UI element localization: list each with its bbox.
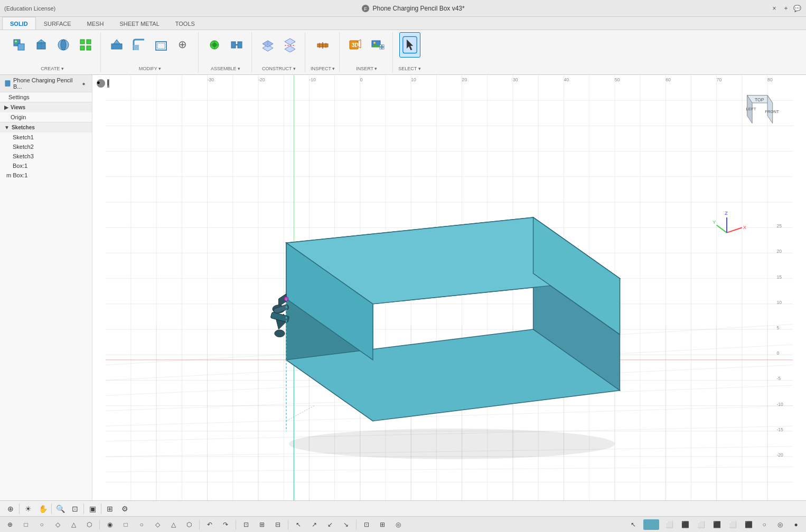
status-btn-fill[interactable] — [643, 519, 659, 530]
status-btn-7[interactable]: ◉ — [104, 519, 116, 530]
status-btn-shapes[interactable]: ⬜ — [663, 519, 675, 530]
status-btn-5[interactable]: △ — [68, 519, 79, 530]
status-btn-17[interactable]: ↗ — [308, 519, 320, 530]
shell-button[interactable] — [151, 32, 172, 58]
status-btn-11[interactable]: △ — [167, 519, 179, 530]
add-tab-button[interactable]: + — [782, 4, 790, 13]
status-btn-6[interactable]: ⬡ — [83, 519, 95, 530]
pan-button[interactable]: ⊕ — [4, 503, 17, 515]
toolbar-tab-surface[interactable]: SURFACE — [36, 17, 79, 30]
sidebar-section-sketches[interactable]: ▼ Sketches — [0, 122, 92, 132]
file-icon — [4, 80, 11, 87]
sketch3-label: Sketch3 — [13, 153, 34, 159]
status-btn-8[interactable]: □ — [120, 519, 132, 530]
svg-rect-12 — [87, 40, 91, 44]
select-tool-button[interactable] — [399, 32, 420, 58]
insert-mesh-button[interactable]: 3D — [345, 32, 366, 58]
status-btn-19[interactable]: ↘ — [340, 519, 352, 530]
orbit-button[interactable]: ☀ — [22, 503, 34, 515]
create-label[interactable]: CREATE ▾ — [41, 66, 63, 72]
status-btn-18[interactable]: ↙ — [324, 519, 336, 530]
status-btn-15[interactable]: ⊟ — [272, 519, 284, 530]
modify-buttons: ⊕ — [106, 32, 194, 58]
rigid-group-button[interactable] — [226, 32, 247, 58]
toolbar-tab-solid[interactable]: SOLID — [2, 17, 36, 30]
insert-label[interactable]: INSERT ▾ — [356, 66, 377, 72]
status-btn-20[interactable]: ⊡ — [361, 519, 372, 530]
measure-button[interactable] — [312, 32, 333, 58]
box1-label: Box:1 — [13, 163, 27, 169]
sidebar-item-box1[interactable]: Box:1 — [0, 161, 92, 170]
move-button[interactable]: ⊕ — [173, 32, 194, 58]
sidebar-item-settings[interactable]: Settings — [0, 92, 92, 102]
status-btn-14[interactable]: ⊞ — [256, 519, 268, 530]
revolve-button[interactable] — [53, 32, 74, 58]
grid-settings-button[interactable]: ⊞ — [104, 503, 116, 515]
sidebar-item-origin[interactable]: Origin — [0, 112, 92, 122]
status-btn-9[interactable]: ○ — [136, 519, 147, 530]
zoom-fit-button[interactable]: ⊡ — [69, 503, 81, 515]
assemble-label[interactable]: ASSEMBLE ▾ — [211, 66, 240, 72]
status-btn-shapes5[interactable]: ⬜ — [727, 519, 738, 530]
insert-image-button[interactable] — [367, 32, 388, 58]
offset-plane-button[interactable] — [257, 32, 278, 58]
zoom-button[interactable]: 🔍 — [54, 503, 67, 515]
inspect-label[interactable]: INSPECT ▾ — [311, 66, 335, 72]
extrude-button[interactable] — [31, 32, 52, 58]
status-btn-2[interactable]: □ — [20, 519, 32, 530]
status-btn-10[interactable]: ◇ — [152, 519, 163, 530]
model-svg: 25 20 15 10 5 0 -5 -10 -15 -20 -30 -20 -… — [92, 75, 806, 500]
toolbar-group-inspect: INSPECT ▾ — [306, 32, 340, 72]
toolbar-tab-mesh[interactable]: MESH — [79, 17, 112, 30]
toolbar-tab-sheetmetal[interactable]: SHEET METAL — [111, 17, 167, 30]
viewport[interactable]: 25 20 15 10 5 0 -5 -10 -15 -20 -30 -20 -… — [92, 75, 806, 500]
status-btn-13[interactable]: ⊡ — [240, 519, 252, 530]
viewport-settings-button[interactable]: ⚙ — [118, 503, 131, 515]
status-btn-redo[interactable]: ↷ — [220, 519, 231, 530]
sidebar-item-sketch2[interactable]: Sketch2 — [0, 142, 92, 151]
svg-rect-13 — [80, 46, 85, 50]
status-btn-shapes7[interactable]: ○ — [758, 519, 770, 530]
status-btn-16[interactable]: ↖ — [293, 519, 304, 530]
chat-button[interactable]: 💬 — [793, 4, 802, 13]
status-btn-undo[interactable]: ↶ — [204, 519, 215, 530]
viewport-minimize[interactable]: ● — [97, 79, 105, 88]
sidebar-section-views[interactable]: ▶ Views — [0, 102, 92, 112]
status-btn-1[interactable]: ⊕ — [4, 519, 16, 530]
status-btn-shapes9[interactable]: ● — [790, 519, 802, 530]
status-btn-shapes6[interactable]: ⬛ — [743, 519, 754, 530]
viewport-divider[interactable]: | — [107, 79, 109, 88]
svg-text:30: 30 — [513, 77, 518, 82]
status-bar: ⊕ □ ○ ◇ △ ⬡ ◉ □ ○ ◇ △ ⬡ ↶ ↷ ⊡ ⊞ ⊟ ↖ ↗ ↙ … — [0, 516, 806, 532]
midplane-button[interactable] — [279, 32, 301, 58]
close-button[interactable]: × — [770, 4, 779, 13]
status-btn-shapes2[interactable]: ⬛ — [679, 519, 691, 530]
status-btn-3[interactable]: ○ — [36, 519, 48, 530]
construct-label[interactable]: CONSTRUCT ▾ — [262, 66, 296, 72]
display-mode-button[interactable]: ▣ — [86, 503, 99, 515]
svg-rect-19 — [157, 43, 165, 49]
new-component-button[interactable]: + — [8, 32, 30, 58]
bottom-toolbar: ⊕ ☀ ✋ 🔍 ⊡ ▣ ⊞ ⚙ — [0, 500, 806, 516]
status-btn-cursor[interactable]: ↖ — [627, 519, 639, 530]
status-btn-12[interactable]: ⬡ — [183, 519, 195, 530]
sidebar-item-sketch1[interactable]: Sketch1 — [0, 132, 92, 142]
status-btn-22[interactable]: ◎ — [392, 519, 404, 530]
status-btn-shapes8[interactable]: ◎ — [774, 519, 786, 530]
status-btn-4[interactable]: ◇ — [52, 519, 63, 530]
svg-rect-15 — [111, 44, 122, 49]
joint-button[interactable] — [204, 32, 225, 58]
modify-label[interactable]: MODIFY ▾ — [139, 66, 161, 72]
pattern-button[interactable] — [75, 32, 96, 58]
sidebar-item-sketch3[interactable]: Sketch3 — [0, 151, 92, 161]
status-btn-shapes3[interactable]: ⬜ — [695, 519, 707, 530]
fillet-button[interactable] — [128, 32, 149, 58]
status-btn-21[interactable]: ⊞ — [377, 519, 388, 530]
select-label[interactable]: SELECT ▾ — [398, 66, 420, 72]
sidebar-collapse-button[interactable]: ● — [80, 79, 88, 88]
status-btn-shapes4[interactable]: ⬛ — [711, 519, 723, 530]
toolbar-tab-tools[interactable]: TOOLS — [167, 17, 203, 30]
look-button[interactable]: ✋ — [36, 503, 49, 515]
press-pull-button[interactable] — [106, 32, 127, 58]
sidebar-item-mbox1[interactable]: m Box:1 — [0, 170, 92, 180]
